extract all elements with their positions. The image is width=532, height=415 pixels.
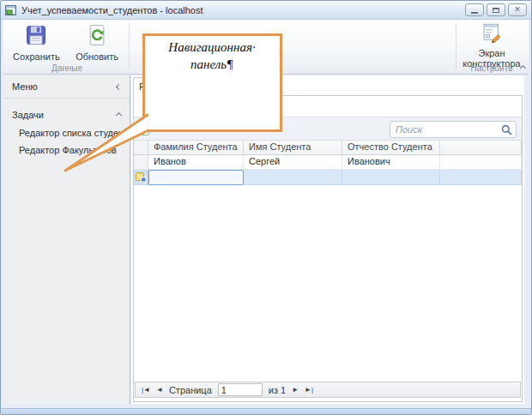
page-number-input[interactable] <box>218 383 263 396</box>
refresh-icon <box>85 23 109 47</box>
new-row-header-cell[interactable] <box>134 170 148 185</box>
save-icon <box>24 23 48 47</box>
new-record-icon <box>136 171 147 183</box>
cell-empty[interactable] <box>440 155 522 170</box>
column-header-patronymic[interactable]: Отчество Студента <box>342 141 440 155</box>
close-button[interactable]: ✕ <box>508 3 527 16</box>
save-button[interactable]: Сохранить <box>7 20 66 62</box>
sidebar-title: Меню <box>12 81 38 92</box>
minimize-icon <box>471 12 478 14</box>
new-row-cell[interactable] <box>342 170 440 185</box>
maximize-icon <box>493 8 499 13</box>
refresh-button-label: Обновить <box>76 51 118 62</box>
app-window: Учет_успеваемости_студентов - localhost … <box>0 0 532 415</box>
sidebar-item-faculty-editor[interactable]: Редактор Факультетов <box>3 141 130 159</box>
pager-bar: |◄ ◄ Страница из 1 ► ►| <box>135 382 521 398</box>
column-header-empty[interactable] <box>440 141 522 155</box>
cell-firstname[interactable]: Сергей <box>244 155 342 170</box>
ribbon-separator <box>129 23 130 69</box>
search-box <box>390 121 517 138</box>
navigation-panel: Меню Задачи Редактор списка студентов Ре… <box>3 75 130 404</box>
sidebar-item-student-list-editor[interactable]: Редактор списка студентов <box>3 124 130 141</box>
pager-next-button[interactable]: ► <box>292 386 299 394</box>
table-row: Иванов Сергей Иванович <box>134 155 522 170</box>
window-bottom-frame <box>1 408 531 414</box>
new-row-cell[interactable] <box>244 170 342 185</box>
grid-column-headers: Фамилия Студента Имя Студента Отчество С… <box>134 141 522 155</box>
cell-lastname[interactable]: Иванов <box>148 155 244 170</box>
pager-first-button[interactable]: |◄ <box>142 386 150 394</box>
pager-page-label: Страница <box>169 385 212 395</box>
app-icon <box>5 4 17 16</box>
ribbon-group-customize-label: Настроить <box>458 63 525 73</box>
grid-toolbar <box>134 117 522 141</box>
add-record-icon[interactable] <box>136 123 149 135</box>
title-bar: Учет_успеваемости_студентов - localhost … <box>1 1 531 20</box>
section-collapse-icon[interactable] <box>116 111 122 117</box>
window-title: Учет_успеваемости_студентов - localhost <box>21 5 203 15</box>
designer-screen-icon <box>481 21 503 44</box>
ribbon-group-data-label: Данные <box>7 63 127 73</box>
sidebar-section-title: Задачи <box>12 110 44 120</box>
new-row-cell[interactable] <box>440 170 522 185</box>
sidebar-section-tasks: Задачи <box>3 105 130 124</box>
save-button-label: Сохранить <box>13 51 60 62</box>
tab-student-list-editor[interactable]: Редактор списка студентов <box>133 77 262 96</box>
window-controls: ✕ <box>465 3 527 16</box>
maximize-button[interactable] <box>487 3 505 16</box>
editor-content: Фамилия Студента Имя Студента Отчество С… <box>133 95 523 402</box>
pager-of-label: из 1 <box>269 385 286 395</box>
cell-patronymic[interactable]: Иванович <box>342 155 440 170</box>
pager-last-button[interactable]: ►| <box>305 386 313 394</box>
sidebar-collapse-icon[interactable] <box>116 83 122 89</box>
ribbon-group-customize: Экран конструктора Настроить <box>458 20 525 75</box>
row-header-corner <box>134 141 148 155</box>
minimize-button[interactable] <box>465 3 484 16</box>
focused-cell[interactable] <box>148 170 244 185</box>
close-icon: ✕ <box>514 6 521 14</box>
new-record-row <box>134 170 522 185</box>
search-input[interactable] <box>396 124 501 135</box>
ribbon-separator <box>456 23 456 69</box>
search-icon[interactable] <box>501 124 512 135</box>
pager-previous-button[interactable]: ◄ <box>156 386 163 394</box>
designer-screen-button[interactable]: Экран конструктора <box>458 20 525 69</box>
ribbon-group-data: Сохранить Обновить Данные <box>7 20 127 75</box>
column-header-lastname[interactable]: Фамилия Студента <box>148 141 244 155</box>
refresh-button[interactable]: Обновить <box>70 20 124 62</box>
sidebar-header: Меню <box>3 75 130 99</box>
main-area: Редактор списка студентов Ф <box>131 75 524 404</box>
ribbon: Сохранить Обновить Данные <box>3 20 529 75</box>
row-header-cell[interactable] <box>134 155 148 170</box>
column-header-firstname[interactable]: Имя Студента <box>244 141 342 155</box>
